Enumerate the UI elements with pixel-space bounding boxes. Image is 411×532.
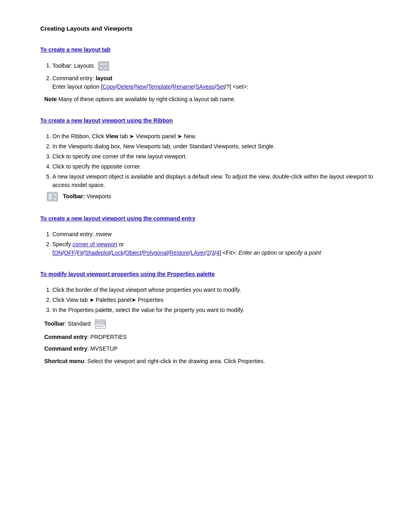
toolbar-standard-row: Toolbar: Standard: [44, 319, 379, 329]
toolbar-label: Toolbar: Viewports: [44, 192, 111, 202]
command-viewport-list: Command entry: mview Specify corner of v…: [52, 230, 379, 257]
heading-modify-viewport-properties[interactable]: To modify layout viewport properties usi…: [40, 270, 215, 278]
command-entry-subtext: Enter layout option [Copy/Delete/New/Tem…: [52, 83, 248, 90]
viewports-icon: [47, 192, 58, 202]
layouts-icon: [98, 61, 109, 71]
heading-create-viewport-ribbon[interactable]: To create a new layout viewport using th…: [40, 116, 173, 125]
link-restore[interactable]: Restore: [169, 249, 189, 256]
section-create-viewport-ribbon: To create a new layout viewport using th…: [40, 116, 379, 202]
create-layout-list: Toolbar: Layouts Command entry: layout E…: [52, 61, 379, 91]
shortcut-menu-text: Shortcut menu: Select the viewport and r…: [44, 357, 379, 366]
svg-rect-5: [48, 193, 52, 200]
svg-rect-2: [99, 66, 103, 70]
list-item: Specify corner of viewport or [ON/OFF/Fi…: [52, 240, 379, 257]
link-lock[interactable]: Lock: [112, 249, 124, 256]
link-fit[interactable]: Fit: [77, 249, 83, 256]
list-item: In the Properties palette, select the va…: [52, 306, 379, 314]
link-3[interactable]: 3: [212, 249, 215, 256]
page-title: Creating Layouts and Viewports: [40, 24, 379, 33]
link-off[interactable]: OFF: [64, 249, 75, 256]
list-item: In the Viewports dialog box, New Viewpor…: [52, 142, 379, 151]
link-polygonal[interactable]: Polygonal: [143, 249, 168, 256]
properties-list: Click the border of the layout viewport …: [52, 286, 379, 314]
toolbar-viewports-row: Toolbar: Viewports: [44, 192, 379, 202]
link-set[interactable]: Set: [216, 83, 225, 90]
link-corner-of-viewport[interactable]: corner of viewport: [73, 241, 117, 247]
list-item: Click View tab ➤ Palettes panel➤ Propert…: [52, 296, 379, 304]
note-layout-tab: Note Many of these options are available…: [44, 95, 379, 104]
list-item: Toolbar: Layouts: [52, 61, 379, 71]
link-shadeplot[interactable]: Shadeplot: [85, 249, 110, 256]
heading-create-layout-tab[interactable]: To create a new layout tab: [40, 46, 110, 54]
list-item: Click to specify the opposite corner.: [52, 162, 379, 171]
command-entry-mvsetup: Command entry: MVSETUP: [44, 345, 379, 353]
svg-rect-9: [96, 321, 105, 323]
link-2[interactable]: 2: [207, 249, 210, 256]
link-copy[interactable]: Copy: [103, 83, 116, 90]
link-delete[interactable]: Delete: [117, 83, 133, 90]
standard-icon: [95, 319, 106, 329]
list-item: Command entry: mview: [52, 230, 379, 239]
toolbar-standard-label: Toolbar: Standard: [44, 319, 106, 329]
command-entry-label: Command entry: layout: [52, 75, 112, 81]
svg-rect-7: [53, 197, 57, 200]
list-item: Click the border of the layout viewport …: [52, 286, 379, 294]
section-create-viewport-command: To create a new layout viewport using th…: [40, 214, 379, 257]
heading-create-viewport-command[interactable]: To create a new layout viewport using th…: [40, 214, 195, 223]
section-modify-viewport-properties: To modify layout viewport properties usi…: [40, 270, 379, 366]
link-new[interactable]: New: [135, 83, 146, 90]
list-item: A new layout viewport object is availabl…: [52, 172, 379, 189]
svg-rect-6: [53, 193, 57, 196]
page-container: Creating Layouts and Viewports To create…: [40, 24, 379, 366]
link-object[interactable]: Object: [125, 249, 141, 256]
list-item: Command entry: layout Enter layout optio…: [52, 74, 379, 91]
link-4[interactable]: 4: [216, 249, 220, 256]
toolbar-layouts-label: Toolbar: Layouts: [52, 62, 94, 69]
command-entry-properties: Command entry: PROPERTIES: [44, 333, 379, 341]
link-template[interactable]: Template: [148, 83, 171, 90]
link-rename[interactable]: Rename: [172, 83, 194, 90]
list-item: Click to specify one corner of the new l…: [52, 152, 379, 161]
svg-rect-1: [99, 62, 108, 66]
link-on[interactable]: ON: [54, 249, 62, 256]
section-create-layout-tab: To create a new layout tab Toolbar: Layo…: [40, 46, 379, 104]
link-layer[interactable]: LAyer: [191, 249, 205, 256]
link-saveas[interactable]: SAveas: [195, 83, 215, 90]
svg-rect-3: [104, 66, 108, 70]
list-item: On the Ribbon, Click View tab ➤ Viewport…: [52, 132, 379, 141]
ribbon-viewport-list: On the Ribbon, Click View tab ➤ Viewport…: [52, 132, 379, 189]
